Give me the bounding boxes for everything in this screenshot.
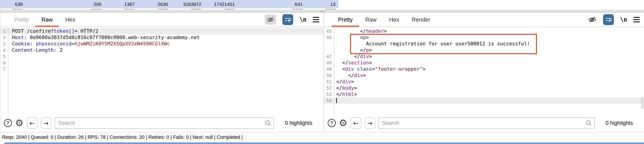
response-line: <p> (336, 34, 644, 41)
response-line: </html> (336, 91, 644, 98)
hide-nonprintable-icon[interactable] (265, 15, 276, 25)
response-line-numbers: 45 46 47 48 49 50 51 52 53 54 (324, 27, 334, 114)
gear-icon[interactable]: ⚙ (339, 118, 348, 128)
response-line: </div> (336, 53, 644, 60)
response-line: </section> (336, 60, 644, 66)
show-newlines-icon[interactable]: \n (300, 16, 306, 23)
response-line: </p> (336, 47, 644, 53)
tab-hex[interactable]: Hex (383, 13, 405, 27)
menu-icon[interactable] (313, 17, 319, 22)
response-line: <div class="footer-wrapper"> (336, 66, 644, 72)
scrollbar-thumb[interactable] (641, 97, 644, 109)
response-panel: Pretty Raw Hex Render (324, 13, 644, 132)
response-editor[interactable]: 45 46 47 48 49 50 51 52 53 54 </header> (324, 27, 644, 114)
cell-time: 3163972 (183, 2, 202, 7)
eye-slash-icon (588, 16, 597, 24)
request-line-numbers: 1 2 3 4 5 6 7 (0, 27, 8, 114)
attack-status-bar: Reqs: 2040 | Queued: 0 | Duration: 26 | … (0, 132, 644, 142)
request-line: POST /confirm?token[]= HTTP/2 (12, 28, 324, 34)
results-table: 639 200 1367 2636 3163972 17421451 641 1… (0, 0, 644, 10)
cell-arrival: 17421451 (214, 2, 235, 7)
tab-hex[interactable]: Hex (59, 13, 82, 27)
word-wrap-icon[interactable] (282, 14, 293, 25)
response-line: </header> (336, 28, 644, 34)
response-line-cursor (336, 98, 644, 104)
response-line: </div> (336, 79, 644, 85)
request-search-bar: ? ⚙ ← → 0 highlights (0, 114, 324, 132)
tab-pretty[interactable]: Pretty (332, 13, 359, 27)
request-line: Content-Length: 2 (12, 47, 324, 53)
turbo-intruder-window: 639 200 1367 2636 3163972 17421451 641 1… (0, 0, 644, 144)
tab-raw[interactable]: Raw (35, 13, 59, 27)
response-code: </header> <p> Account registration for u… (334, 27, 644, 114)
text-caret (336, 98, 337, 103)
request-tabbar: Pretty Raw Hex (0, 13, 324, 27)
word-wrap-icon[interactable] (603, 14, 614, 25)
request-editor[interactable]: 1 2 3 4 5 6 7 POST /confirm?token[]= HTT… (0, 27, 324, 114)
request-code: POST /confirm?token[]= HTTP/2 Host: 0a96… (8, 27, 324, 114)
tab-render[interactable]: Render (406, 13, 436, 27)
tab-raw[interactable]: Raw (359, 13, 383, 27)
show-newlines-icon[interactable]: \n (620, 16, 627, 23)
eye-slash-icon (266, 16, 275, 24)
next-match-button[interactable]: → (364, 117, 375, 129)
bottom-progress-bar (4, 142, 644, 144)
request-line: Host: 0a9600a3037d5d6c816c07f7000c0000.w… (12, 34, 324, 41)
response-tabbar: Pretty Raw Hex Render (324, 13, 644, 27)
cell-status: 200 (94, 2, 102, 7)
menu-icon[interactable] (634, 17, 640, 22)
horizontal-splitter[interactable] (0, 10, 644, 13)
response-line: </div> (336, 72, 644, 79)
hide-nonprintable-icon[interactable] (588, 16, 597, 24)
search-input[interactable] (378, 117, 595, 129)
cell-label: 641 (295, 2, 303, 7)
search-input[interactable] (55, 117, 274, 129)
wrap-glyph (284, 16, 292, 24)
next-match-button[interactable]: → (41, 117, 52, 129)
table-row-selected[interactable]: 639 200 1367 2636 3163972 17421451 641 1… (0, 0, 338, 8)
highlight-count: 0 highlights (598, 120, 640, 126)
cell-id: 13 (330, 2, 336, 7)
cell-wordcount: 1367 (124, 2, 135, 7)
response-line: </body> (336, 85, 644, 91)
prev-match-button[interactable]: ← (350, 117, 362, 129)
response-search-bar: ? ⚙ ← → 0 highlights (324, 114, 644, 132)
request-panel: Pretty Raw Hex (0, 13, 324, 132)
gear-icon[interactable]: ⚙ (15, 118, 24, 128)
tab-pretty[interactable]: Pretty (8, 13, 35, 27)
search-icon (264, 120, 271, 126)
cell-payload: 639 (15, 2, 23, 7)
help-icon[interactable]: ? (4, 119, 12, 127)
response-line-success-message: Account registration for user user500012… (336, 41, 644, 47)
search-icon (585, 120, 592, 126)
highlight-count: 0 highlights (277, 120, 320, 126)
status-text: Reqs: 2040 | Queued: 0 | Duration: 26 | … (2, 134, 243, 140)
wrap-glyph (604, 16, 612, 24)
request-line: Cookie: phpsessionid=hjwWMZiK0Y5M2XSQpXV… (12, 41, 324, 47)
prev-match-button[interactable]: ← (27, 117, 38, 129)
help-icon[interactable]: ? (328, 119, 336, 127)
cell-length: 2636 (158, 2, 168, 7)
